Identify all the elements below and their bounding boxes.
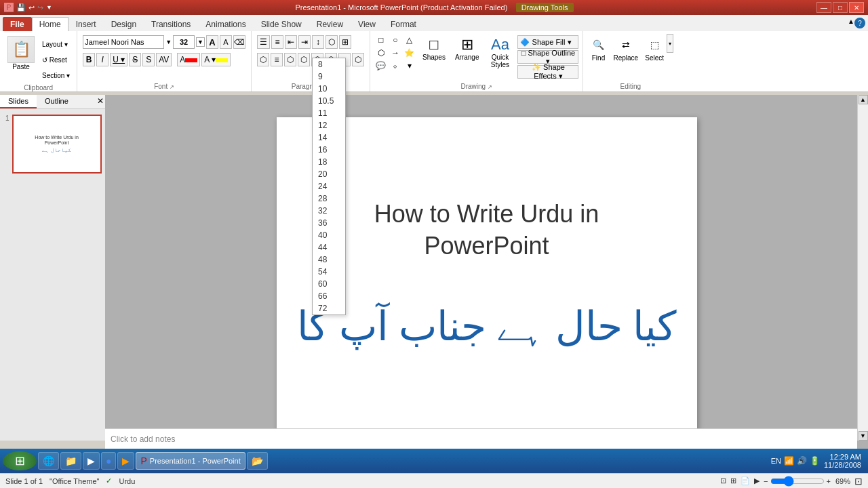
align-center-button[interactable]: ≡	[271, 53, 283, 66]
text-shadow-button[interactable]: S	[142, 53, 155, 66]
shape-outline-button[interactable]: □ Shape Outline ▾	[517, 50, 578, 64]
taskbar-files[interactable]: 📂	[247, 452, 268, 470]
help-button[interactable]: ?	[854, 18, 865, 28]
shapes-button[interactable]: □ Shapes	[419, 34, 449, 63]
paste-button[interactable]: 📋 Paste	[4, 34, 38, 73]
tab-file[interactable]: File	[3, 17, 32, 31]
taskbar-wmp[interactable]: ▶	[83, 452, 100, 470]
italic-button[interactable]: I	[96, 53, 108, 66]
tab-design[interactable]: Design	[104, 17, 144, 31]
font-name-dropdown[interactable]: ▼	[165, 39, 172, 45]
size-option-16[interactable]: 16	[313, 144, 345, 156]
view-slide-sorter-icon[interactable]: ⊞	[730, 476, 736, 485]
tab-insert[interactable]: Insert	[68, 17, 104, 31]
bullets-button[interactable]: ☰	[257, 35, 270, 49]
start-button[interactable]: ⊞	[3, 451, 37, 470]
slides-tab[interactable]: Slides	[0, 95, 37, 108]
font-size-dropdown[interactable]: ▼	[196, 37, 205, 47]
size-option-40[interactable]: 40	[313, 229, 345, 241]
align-left-button[interactable]: ⬡	[257, 53, 269, 66]
size-option-48[interactable]: 48	[313, 253, 345, 266]
section-button[interactable]: Section ▾	[39, 70, 73, 81]
slide-thumbnail[interactable]: How to Write Urdu inPowerPoint کیاحال ہے	[12, 115, 102, 174]
char-spacing-button[interactable]: AV	[156, 53, 172, 66]
drawing-expand-button[interactable]: ↗	[488, 84, 492, 90]
underline-button[interactable]: U ▾	[110, 53, 127, 66]
select-dropdown-button[interactable]: ▾	[667, 34, 673, 53]
reset-button[interactable]: ↺ Reset	[39, 55, 70, 65]
increase-indent-button[interactable]: ⇥	[298, 35, 311, 49]
size-option-8[interactable]: 8	[313, 58, 345, 70]
font-size-dropdown[interactable]: 891010.511121416182024283236404448546066…	[312, 58, 346, 315]
maximize-button[interactable]: □	[833, 2, 848, 13]
tab-home[interactable]: Home	[32, 17, 68, 31]
bold-button[interactable]: B	[83, 53, 95, 66]
font-name-input[interactable]	[83, 35, 164, 49]
size-option-20[interactable]: 20	[313, 168, 345, 180]
quick-styles-button[interactable]: Aa Quick Styles	[484, 34, 516, 70]
fit-window-button[interactable]: ⊡	[854, 476, 863, 487]
tab-transitions[interactable]: Transitions	[144, 17, 198, 31]
close-panel-button[interactable]: ✕	[96, 95, 105, 108]
tab-review[interactable]: Review	[309, 17, 351, 31]
shape-cell[interactable]: →	[389, 47, 402, 59]
notes-area[interactable]: Click to add notes	[105, 428, 857, 449]
tab-slideshow[interactable]: Slide Show	[254, 17, 309, 31]
replace-button[interactable]: ⇄ Replace	[612, 34, 639, 63]
view-reading-icon[interactable]: 📄	[741, 476, 750, 485]
close-button[interactable]: ✕	[849, 2, 864, 13]
size-option-54[interactable]: 54	[313, 266, 345, 278]
convert-to-smartart-button[interactable]: ⬡	[326, 35, 338, 49]
clear-formatting-button[interactable]: ⌫	[233, 35, 245, 49]
shape-cell[interactable]: ▾	[403, 60, 416, 72]
shape-effects-button[interactable]: ✨ Shape Effects ▾	[517, 65, 578, 79]
size-option-10[interactable]: 10	[313, 83, 345, 95]
shape-cell[interactable]: ○	[389, 34, 402, 46]
zoom-slider[interactable]	[770, 476, 825, 487]
taskbar-chrome[interactable]: ●	[101, 452, 116, 470]
shape-cell[interactable]: 💬	[374, 60, 388, 72]
strikethrough-button[interactable]: S	[129, 53, 141, 66]
ribbon-collapse-button[interactable]: ▲	[848, 18, 854, 25]
zoom-out-button[interactable]: −	[764, 477, 768, 485]
decrease-font-size-button[interactable]: A	[220, 35, 232, 49]
size-option-60[interactable]: 60	[313, 278, 345, 290]
rtl-button[interactable]: ⬡	[352, 53, 364, 66]
decrease-indent-button[interactable]: ⇤	[285, 35, 297, 49]
font-color-button[interactable]: A	[177, 53, 200, 66]
size-option-66[interactable]: 66	[313, 290, 345, 302]
find-button[interactable]: 🔍 Find	[587, 34, 609, 63]
size-option-11[interactable]: 11	[313, 107, 345, 119]
select-button[interactable]: ⬚ Select	[642, 34, 667, 63]
dropdown-arrow[interactable]: ▼	[46, 4, 52, 11]
size-option-14[interactable]: 14	[313, 131, 345, 144]
columns-button[interactable]: ⊞	[339, 35, 351, 49]
size-option-12[interactable]: 12	[313, 119, 345, 131]
shape-cell[interactable]: ⬦	[389, 60, 402, 72]
shape-cell[interactable]: ⭐	[403, 47, 416, 59]
scroll-down-button[interactable]: ▼	[859, 431, 868, 441]
quick-save-icon[interactable]: 💾	[16, 3, 26, 12]
font-size-input[interactable]	[173, 35, 195, 49]
view-normal-icon[interactable]: ⊡	[720, 476, 726, 485]
zoom-in-button[interactable]: +	[827, 477, 831, 485]
size-option-72[interactable]: 72	[313, 302, 345, 314]
font-expand-button[interactable]: ↗	[170, 84, 174, 90]
size-option-18[interactable]: 18	[313, 156, 345, 168]
text-direction-button[interactable]: ↕	[312, 35, 324, 49]
taskbar-clock[interactable]: 12:29 AM 11/28/2008	[824, 453, 861, 469]
shape-cell[interactable]: ⬡	[374, 47, 388, 59]
taskbar-powerpoint[interactable]: P Presentation1 - PowerPoint	[136, 452, 245, 470]
numbering-button[interactable]: ≡	[271, 35, 283, 49]
size-option-24[interactable]: 24	[313, 180, 345, 192]
right-scrollbar[interactable]: ▲ ▼	[857, 95, 868, 441]
tab-animations[interactable]: Animations	[198, 17, 253, 31]
taskbar-explorer[interactable]: 📁	[60, 452, 81, 470]
shape-cell[interactable]: △	[403, 34, 416, 46]
minimize-button[interactable]: —	[816, 2, 831, 13]
undo-icon[interactable]: ↩	[28, 3, 35, 12]
outline-tab[interactable]: Outline	[37, 95, 77, 108]
size-option-28[interactable]: 28	[313, 192, 345, 205]
size-option-36[interactable]: 36	[313, 217, 345, 229]
size-option-80[interactable]: 80	[313, 314, 345, 315]
